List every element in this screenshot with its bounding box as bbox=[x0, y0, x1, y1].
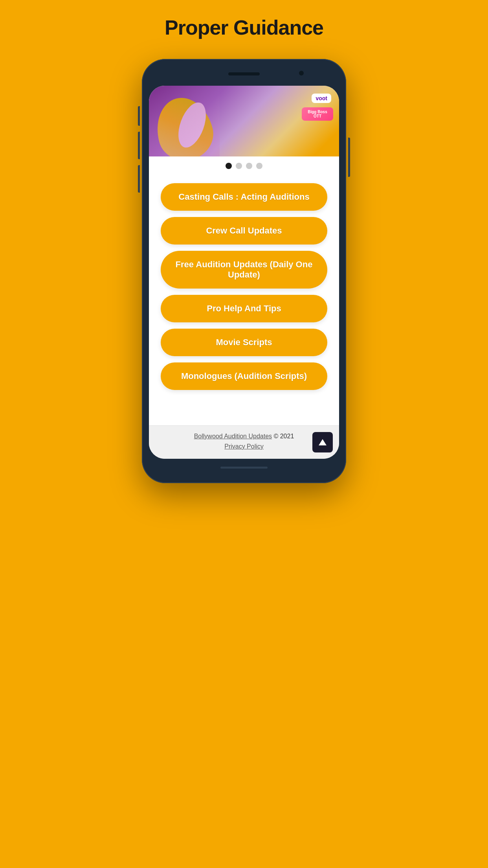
carousel-dot-1[interactable] bbox=[226, 163, 232, 169]
front-camera bbox=[299, 71, 304, 75]
carousel-dot-2[interactable] bbox=[236, 163, 242, 169]
monologues-button[interactable]: Monologues (Audition Scripts) bbox=[161, 362, 327, 390]
crew-call-updates-button[interactable]: Crew Call Updates bbox=[161, 217, 327, 245]
phone-frame: voot Bigg BossOTT Casting Calls : Acting… bbox=[142, 59, 346, 483]
volume-down-button bbox=[138, 106, 140, 126]
footer-line1: Bollywood Audition Updates © 2021 bbox=[157, 433, 331, 440]
carousel-dot-3[interactable] bbox=[246, 163, 252, 169]
copyright-text: © 2021 bbox=[273, 433, 294, 440]
scroll-to-top-button[interactable] bbox=[312, 432, 333, 452]
silent-switch bbox=[138, 165, 140, 193]
movie-scripts-button[interactable]: Movie Scripts bbox=[161, 329, 327, 356]
screen-content: voot Bigg BossOTT Casting Calls : Acting… bbox=[149, 86, 339, 459]
carousel-dot-4[interactable] bbox=[256, 163, 262, 169]
pro-help-tips-button[interactable]: Pro Help And Tips bbox=[161, 295, 327, 322]
volume-up-button bbox=[138, 132, 140, 159]
banner-image: voot Bigg BossOTT bbox=[149, 86, 339, 156]
phone-top-bar bbox=[149, 67, 339, 84]
privacy-policy-link[interactable]: Privacy Policy bbox=[157, 443, 331, 450]
home-indicator bbox=[220, 467, 268, 469]
menu-buttons-area: Casting Calls : Acting Auditions Crew Ca… bbox=[149, 175, 339, 402]
free-audition-updates-button[interactable]: Free Audition Updates (Daily One Update) bbox=[161, 251, 327, 289]
arrow-up-icon bbox=[318, 438, 327, 447]
content-spacer bbox=[149, 402, 339, 425]
phone-bottom-bar bbox=[149, 463, 339, 472]
power-button bbox=[348, 138, 350, 177]
voot-subtitle: Bigg BossOTT bbox=[302, 107, 333, 121]
svg-marker-0 bbox=[319, 439, 327, 445]
speaker-grille bbox=[228, 72, 260, 75]
bollywood-audition-link[interactable]: Bollywood Audition Updates bbox=[194, 433, 272, 440]
voot-logo: voot bbox=[312, 94, 331, 103]
page-title: Proper Guidance bbox=[165, 16, 323, 39]
carousel-dots bbox=[149, 156, 339, 175]
footer: Bollywood Audition Updates © 2021 Privac… bbox=[149, 425, 339, 459]
phone-screen: voot Bigg BossOTT Casting Calls : Acting… bbox=[149, 86, 339, 459]
casting-calls-button[interactable]: Casting Calls : Acting Auditions bbox=[161, 183, 327, 211]
banner-figure bbox=[149, 86, 220, 156]
